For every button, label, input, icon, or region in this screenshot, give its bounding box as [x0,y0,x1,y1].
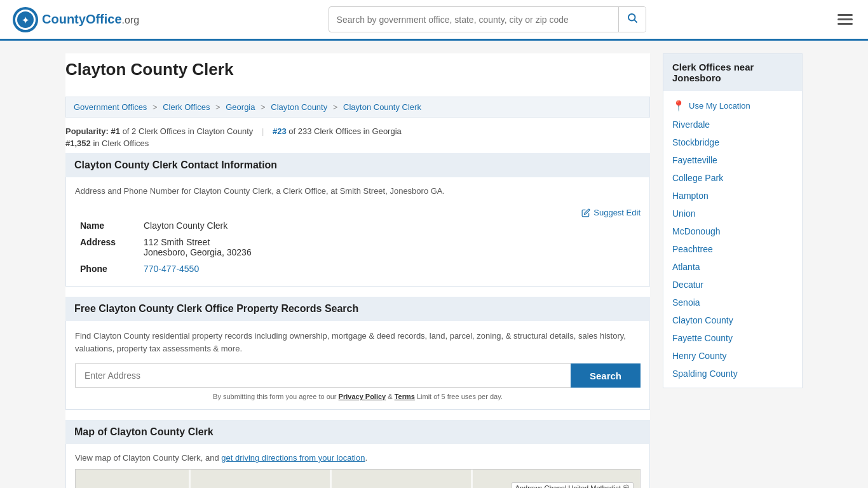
use-location-label: Use My Location [689,101,750,111]
sidebar-item-hampton[interactable]: Hampton [663,187,802,205]
sidebar-item-clayton-county[interactable]: Clayton County [663,311,802,329]
logo[interactable]: ✦ CountyOffice.org [13,7,139,32]
privacy-policy-link[interactable]: Privacy Policy [339,393,386,400]
breadcrumb-link-clerk[interactable]: Clerk Offices [163,102,210,112]
map-section-header: Map of Clayton County Clerk [65,420,650,444]
popularity-bar: Popularity: #1 of 2 Clerk Offices in Cla… [65,126,650,148]
form-disclaimer: By submitting this form you agree to our… [75,393,641,400]
terms-link[interactable]: Terms [395,393,415,400]
header-search-bar [329,6,646,32]
header-search-input[interactable] [329,10,618,30]
header-search-button[interactable] [618,7,646,32]
address-search-input[interactable] [75,363,571,388]
hamburger-menu-button[interactable] [835,11,855,27]
sidebar-item-fayetteville[interactable]: Fayetteville [663,151,802,169]
map-placeholder[interactable]: Salvation Army ⛪ Andrews Chapel United M… [75,469,641,488]
property-section: Free Clayton County Clerk Office Propert… [65,297,650,410]
hamburger-line [837,23,853,25]
sidebar-item-fayette-county[interactable]: Fayette County [663,329,802,347]
sidebar-item-decatur[interactable]: Decatur [663,276,802,294]
sidebar-use-location[interactable]: 📍 Use My Location [663,96,802,116]
address-label: Address [75,234,139,261]
driving-directions-link[interactable]: get driving directions from your locatio… [221,453,365,463]
hamburger-line [837,14,853,16]
map-section-body: View map of Clayton County Clerk, and ge… [65,444,650,488]
breadcrumb-link-gov[interactable]: Government Offices [74,102,147,112]
contact-description: Address and Phone Number for Clayton Cou… [75,186,641,196]
sidebar-item-riverdale[interactable]: Riverdale [663,116,802,133]
property-description: Find Clayton County residential property… [75,330,641,355]
sidebar: Clerk Offices near Jonesboro 📍 Use My Lo… [663,53,803,488]
suggest-edit-button[interactable]: Suggest Edit [581,208,641,217]
property-section-header: Free Clayton County Clerk Office Propert… [65,297,650,321]
svg-text:✦: ✦ [22,15,29,25]
location-pin-icon: 📍 [672,100,685,112]
rank3-text: in Clerk Offices [93,139,149,148]
table-row: Phone 770-477-4550 [75,261,641,277]
rank1: #1 [111,126,120,136]
page-title-area: Clayton County Clerk [65,53,650,97]
breadcrumb-sep: > [153,102,158,112]
popularity-label: Popularity: [65,126,109,136]
property-search-button[interactable]: Search [571,363,641,388]
map-label-church: Andrews Chapel United Methodist 🏛 [512,482,634,488]
name-value: Clayton County Clerk [139,217,641,234]
sidebar-item-peachtree[interactable]: Peachtree [663,240,802,258]
sidebar-box: Clerk Offices near Jonesboro 📍 Use My Lo… [663,53,803,388]
contact-section-body: Address and Phone Number for Clayton Cou… [65,177,650,287]
name-label: Name [75,217,139,234]
table-row: Address 112 Smith Street Jonesboro, Geor… [75,234,641,261]
sidebar-item-senoia[interactable]: Senoia [663,294,802,311]
content-area: Clayton County Clerk Government Offices … [65,53,650,488]
breadcrumb-link-current[interactable]: Clayton County Clerk [343,102,421,112]
svg-line-5 [634,20,637,22]
contact-section: Clayton County Clerk Contact Information… [65,153,650,287]
suggest-edit-label: Suggest Edit [593,208,641,217]
map-section: Map of Clayton County Clerk View map of … [65,420,650,488]
property-section-body: Find Clayton County residential property… [65,321,650,410]
map-desc-text: View map of Clayton County Clerk, and [75,453,219,463]
page-title: Clayton County Clerk [65,60,650,79]
sidebar-item-spalding-county[interactable]: Spalding County [663,365,802,383]
sidebar-title: Clerk Offices near Jonesboro [663,54,802,91]
phone-value: 770-477-4550 [139,261,641,277]
breadcrumb-sep: > [333,102,338,112]
sidebar-item-union[interactable]: Union [663,205,802,222]
disclaimer-text: By submitting this form you agree to our [213,393,336,400]
breadcrumb-link-georgia[interactable]: Georgia [226,102,255,112]
breadcrumb-link-clayton[interactable]: Clayton County [271,102,327,112]
rank3-area: #1,352 in Clerk Offices [65,139,650,148]
sidebar-item-stockbridge[interactable]: Stockbridge [663,133,802,151]
rank2-text: of 233 Clerk Offices in Georgia [288,126,402,136]
edit-icon [581,208,590,217]
phone-link[interactable]: 770-477-4550 [144,264,199,274]
breadcrumb-sep: > [261,102,266,112]
sidebar-item-henry-county[interactable]: Henry County [663,347,802,365]
map-description: View map of Clayton County Clerk, and ge… [75,453,641,463]
sidebar-links: 📍 Use My Location RiverdaleStockbridgeFa… [663,91,802,388]
rank1-text: of 2 Clerk Offices in Clayton County [123,126,254,136]
contact-info-table: Name Clayton County Clerk Address 112 Sm… [75,217,641,277]
svg-point-4 [628,14,635,21]
breadcrumb-sep: > [215,102,220,112]
address-value: 112 Smith Street Jonesboro, Georgia, 302… [139,234,641,261]
disclaimer-end: Limit of 5 free uses per day. [417,393,503,400]
hamburger-line [837,18,853,20]
sidebar-item-mcdonough[interactable]: McDonough [663,222,802,240]
contact-section-header: Clayton County Clerk Contact Information [65,153,650,177]
rank3: #1,352 [65,139,91,148]
address-search-form: Search [75,363,641,388]
table-row: Name Clayton County Clerk [75,217,641,234]
address-line1: 112 Smith Street [144,237,210,247]
sidebar-item-atlanta[interactable]: Atlanta [663,258,802,276]
main-layout: Clayton County Clerk Government Offices … [53,41,815,488]
disclaimer-amp: & [388,393,394,400]
rank2: #23 [273,126,287,136]
breadcrumb: Government Offices > Clerk Offices > Geo… [65,97,650,118]
address-line2: Jonesboro, Georgia, 30236 [144,247,252,257]
sidebar-item-college-park[interactable]: College Park [663,169,802,187]
phone-label: Phone [75,261,139,277]
search-icon [627,12,638,24]
logo-icon: ✦ [13,7,38,32]
header: ✦ CountyOffice.org [0,0,868,41]
